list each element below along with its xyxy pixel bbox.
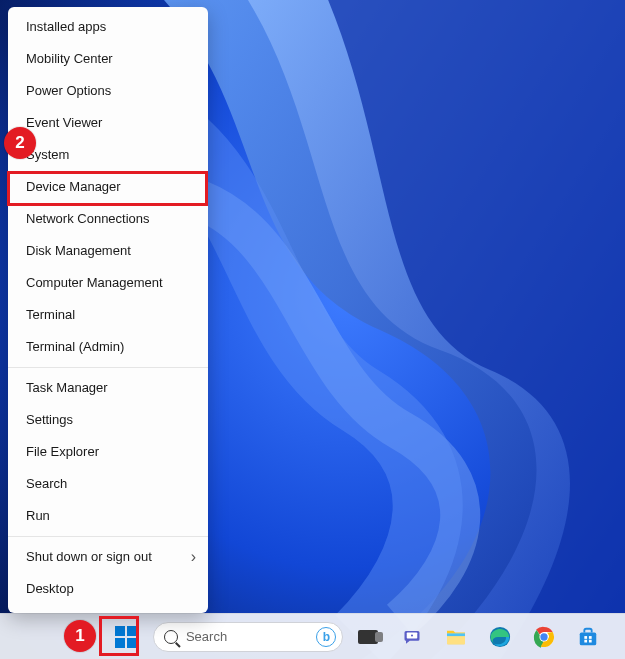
menu-separator bbox=[8, 536, 208, 537]
search-icon bbox=[164, 630, 178, 644]
file-explorer-button[interactable] bbox=[437, 617, 475, 657]
svg-rect-12 bbox=[584, 639, 587, 642]
menu-item-task-manager[interactable]: Task Manager bbox=[8, 372, 208, 404]
menu-item-disk-management[interactable]: Disk Management bbox=[8, 235, 208, 267]
task-view-button[interactable] bbox=[349, 617, 387, 657]
svg-rect-4 bbox=[447, 633, 465, 636]
svg-point-2 bbox=[411, 634, 413, 636]
chat-button[interactable] bbox=[393, 617, 431, 657]
chat-icon bbox=[402, 628, 422, 646]
svg-rect-11 bbox=[589, 636, 592, 639]
menu-item-event-viewer[interactable]: Event Viewer bbox=[8, 107, 208, 139]
menu-item-terminal[interactable]: Terminal bbox=[8, 299, 208, 331]
edge-button[interactable] bbox=[481, 617, 519, 657]
menu-item-power-options[interactable]: Power Options bbox=[8, 75, 208, 107]
annotation-step-1: 1 bbox=[64, 620, 96, 652]
svg-rect-9 bbox=[580, 632, 597, 645]
task-view-icon bbox=[357, 626, 379, 648]
svg-point-8 bbox=[540, 633, 547, 640]
menu-item-device-manager[interactable]: Device Manager bbox=[8, 171, 208, 203]
menu-item-search[interactable]: Search bbox=[8, 468, 208, 500]
chrome-icon bbox=[533, 626, 555, 648]
menu-item-terminal-admin[interactable]: Terminal (Admin) bbox=[8, 331, 208, 363]
menu-item-run[interactable]: Run bbox=[8, 500, 208, 532]
microsoft-store-icon bbox=[577, 626, 599, 648]
annotation-step-2: 2 bbox=[4, 127, 36, 159]
menu-item-desktop[interactable]: Desktop bbox=[8, 573, 208, 605]
svg-rect-10 bbox=[584, 636, 587, 639]
winx-context-menu: Installed apps Mobility Center Power Opt… bbox=[8, 7, 208, 613]
bing-chat-icon[interactable]: b bbox=[316, 627, 336, 647]
menu-item-shutdown-signout[interactable]: Shut down or sign out bbox=[8, 541, 208, 573]
search-placeholder: Search bbox=[186, 629, 227, 644]
file-explorer-icon bbox=[445, 628, 467, 646]
menu-item-computer-management[interactable]: Computer Management bbox=[8, 267, 208, 299]
menu-item-mobility-center[interactable]: Mobility Center bbox=[8, 43, 208, 75]
microsoft-store-button[interactable] bbox=[569, 617, 607, 657]
menu-item-installed-apps[interactable]: Installed apps bbox=[8, 11, 208, 43]
menu-item-system[interactable]: System bbox=[8, 139, 208, 171]
taskbar-search[interactable]: Search b bbox=[153, 622, 344, 652]
menu-item-settings[interactable]: Settings bbox=[8, 404, 208, 436]
annotation-highlight-start-button bbox=[99, 616, 139, 656]
edge-icon bbox=[489, 626, 511, 648]
menu-separator bbox=[8, 367, 208, 368]
svg-rect-13 bbox=[589, 639, 592, 642]
menu-item-file-explorer[interactable]: File Explorer bbox=[8, 436, 208, 468]
menu-item-network-connections[interactable]: Network Connections bbox=[8, 203, 208, 235]
chrome-button[interactable] bbox=[525, 617, 563, 657]
